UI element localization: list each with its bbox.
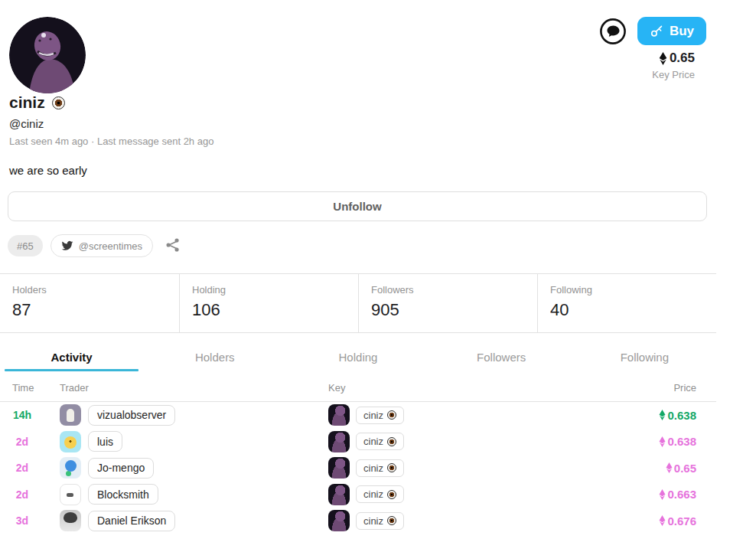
key-price-value: 0.65 <box>670 51 695 66</box>
eye-emoji <box>387 410 396 420</box>
tab-bar: Activity Holders Holding Followers Follo… <box>0 342 716 371</box>
trader-pill[interactable]: Daniel Erikson <box>88 511 175 531</box>
ethereum-diamond-icon <box>659 436 666 447</box>
table-header: Time Trader Key Price <box>0 381 716 402</box>
activity-table: Time Trader Key Price 14h vizualobserver… <box>0 381 716 534</box>
key-name: ciniz <box>363 462 383 474</box>
table-row: 14h vizualobserver ciniz 0.638 <box>0 402 716 429</box>
profile-meta: Last seen 4m ago · Last message sent 2h … <box>9 136 756 147</box>
trade-price: 0.638 <box>574 435 696 448</box>
profile-bio: we are so early <box>9 164 756 177</box>
stat-following: Following 40 <box>537 274 716 332</box>
eye-emoji <box>387 490 396 499</box>
tab-holding[interactable]: Holding <box>286 342 429 371</box>
trader-avatar[interactable] <box>60 404 81 426</box>
unfollow-button[interactable]: Unfollow <box>8 191 707 221</box>
stat-value: 905 <box>371 300 537 320</box>
trader-pill[interactable]: luis <box>88 431 122 452</box>
stat-value: 87 <box>12 300 179 320</box>
tab-followers[interactable]: Followers <box>430 342 573 371</box>
ethereum-diamond-icon <box>659 410 666 420</box>
key-avatar[interactable] <box>328 484 350 505</box>
stat-label: Followers <box>371 284 537 296</box>
tab-following[interactable]: Following <box>573 342 716 371</box>
twitter-bird-icon <box>61 240 73 252</box>
profile-handle: @ciniz <box>9 117 756 130</box>
ethereum-diamond-icon <box>666 462 673 473</box>
stat-value: 106 <box>192 300 358 320</box>
trade-time: 2d <box>0 436 44 448</box>
stat-followers: Followers 905 <box>358 274 537 332</box>
key-name: ciniz <box>363 436 383 447</box>
trade-time: 2d <box>0 488 44 501</box>
key-pill[interactable]: ciniz <box>356 485 404 503</box>
chat-bubble-icon <box>599 18 627 45</box>
col-time-header: Time <box>0 382 44 394</box>
tab-holders[interactable]: Holders <box>143 342 286 371</box>
profile-header: Buy 0.65 Key Price <box>0 0 756 83</box>
buy-button[interactable]: Buy <box>637 17 706 45</box>
key-price-label: Key Price <box>652 69 695 80</box>
trade-price: 0.65 <box>574 462 696 475</box>
trade-price: 0.638 <box>574 409 696 422</box>
avatar-image <box>9 17 86 93</box>
trade-price: 0.663 <box>574 488 696 501</box>
trader-avatar[interactable] <box>60 484 81 505</box>
key-name: ciniz <box>363 515 383 527</box>
share-button[interactable] <box>164 237 182 255</box>
trader-pill[interactable]: Jo-mengo <box>88 458 154 479</box>
trader-pill[interactable]: vizualobserver <box>88 405 175 426</box>
key-pill[interactable]: ciniz <box>356 407 404 424</box>
key-avatar[interactable] <box>328 404 350 426</box>
eye-emoji <box>387 437 396 446</box>
trade-price: 0.676 <box>574 514 696 528</box>
price-value: 0.663 <box>667 488 696 501</box>
stat-holders: Holders 87 <box>0 274 179 332</box>
price-value: 0.638 <box>667 435 696 448</box>
chat-button[interactable] <box>599 18 627 45</box>
eye-emoji <box>387 463 396 472</box>
stat-label: Holders <box>12 284 179 296</box>
tab-activity[interactable]: Activity <box>0 342 143 371</box>
rank-badge: #65 <box>8 235 43 256</box>
stat-label: Holding <box>192 284 358 296</box>
col-price-header: Price <box>574 382 696 394</box>
trader-avatar[interactable] <box>60 431 81 452</box>
profile-name: ciniz <box>9 93 45 112</box>
ethereum-diamond-icon <box>659 515 666 526</box>
key-name: ciniz <box>363 410 383 421</box>
badge-row: #65 @screentimes <box>8 234 756 257</box>
stat-holding: Holding 106 <box>179 274 358 332</box>
table-row: 2d Blocksmith ciniz 0.663 <box>0 482 716 508</box>
stats-bar: Holders 87 Holding 106 Followers 905 Fol… <box>0 273 716 333</box>
key-avatar[interactable] <box>328 510 350 531</box>
table-row: 3d Daniel Erikson ciniz 0.676 <box>0 508 716 534</box>
trade-time: 14h <box>0 409 44 421</box>
eye-emoji <box>387 516 396 525</box>
key-icon <box>650 24 664 38</box>
profile-page: Buy 0.65 Key Price ciniz @ciniz Last see… <box>0 0 756 534</box>
trader-avatar[interactable] <box>60 457 81 479</box>
col-trader-header: Trader <box>44 382 312 394</box>
eye-emoji <box>52 96 65 109</box>
stat-label: Following <box>550 284 716 296</box>
table-row: 2d Jo-mengo ciniz 0.65 <box>0 455 716 482</box>
twitter-handle: @screentimes <box>79 240 142 252</box>
twitter-badge[interactable]: @screentimes <box>51 234 153 257</box>
trader-pill[interactable]: Blocksmith <box>88 484 158 505</box>
table-row: 2d luis ciniz 0.638 <box>0 429 716 456</box>
key-pill[interactable]: ciniz <box>356 459 404 477</box>
trade-time: 3d <box>0 514 44 527</box>
ethereum-diamond-icon <box>659 489 666 500</box>
trade-time: 2d <box>0 462 44 474</box>
ethereum-diamond-icon <box>659 52 667 65</box>
key-pill[interactable]: ciniz <box>356 433 404 450</box>
key-name: ciniz <box>363 488 383 500</box>
key-avatar[interactable] <box>328 431 350 452</box>
col-key-header: Key <box>312 382 574 394</box>
key-avatar[interactable] <box>328 457 350 479</box>
trader-avatar[interactable] <box>60 510 81 531</box>
share-network-icon <box>165 237 181 253</box>
buy-button-label: Buy <box>670 24 694 39</box>
key-pill[interactable]: ciniz <box>356 512 404 530</box>
